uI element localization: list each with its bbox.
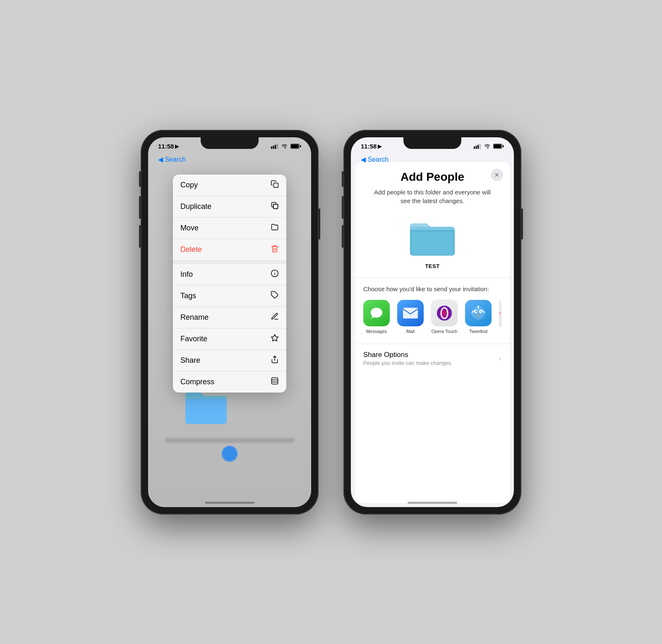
location-icon-2: ▶ <box>378 144 381 149</box>
home-indicator-1 <box>205 502 254 504</box>
silent-button[interactable] <box>139 171 141 187</box>
menu-item-info[interactable]: Info <box>173 264 286 285</box>
menu-item-move[interactable]: Move <box>173 218 286 239</box>
svg-rect-26 <box>503 145 504 147</box>
volume-up-button-2[interactable] <box>342 196 343 219</box>
tags-icon <box>271 291 279 301</box>
tweetbot-svg <box>469 304 487 322</box>
messages-icon <box>363 300 390 326</box>
menu-divider <box>173 261 286 264</box>
volume-down-button[interactable] <box>139 225 141 248</box>
menu-item-copy[interactable]: Copy <box>173 175 286 196</box>
share-options-title: Share Options <box>363 351 452 359</box>
context-menu: Copy Duplicate <box>173 175 286 393</box>
move-icon <box>271 223 279 233</box>
svg-rect-7 <box>274 183 278 187</box>
menu-item-rename[interactable]: Rename <box>173 307 286 328</box>
notch-2 <box>403 137 461 149</box>
opera-label: Opera Touch <box>432 329 458 334</box>
svg-rect-6 <box>300 145 301 147</box>
volume-up-button[interactable] <box>139 196 141 219</box>
delete-icon <box>271 244 279 255</box>
tweetbot-label: Tweetbot <box>469 329 488 334</box>
silent-button-2[interactable] <box>342 171 343 187</box>
notch <box>201 137 259 149</box>
share-options-row[interactable]: Share Options People you invite can make… <box>355 344 510 373</box>
more-svg <box>499 308 501 318</box>
folder-display: TEST <box>355 213 510 278</box>
share-icon <box>271 355 279 366</box>
status-icons-2 <box>474 144 504 149</box>
mail-svg <box>403 307 418 319</box>
copy-icon <box>271 180 279 190</box>
folder-icon-large <box>408 218 457 259</box>
wifi-icon-2 <box>484 144 491 149</box>
menu-item-favorite[interactable]: Favorite <box>173 328 286 350</box>
battery-icon <box>290 144 301 149</box>
info-icon <box>271 269 279 280</box>
folder-icon-bg <box>183 388 229 425</box>
blurred-bar <box>165 438 295 443</box>
app-item-messages[interactable]: Messages <box>363 300 390 334</box>
app-item-opera[interactable]: Opera Touch <box>431 300 458 334</box>
add-people-sheet: ✕ Add People Add people to this folder a… <box>355 162 510 503</box>
phone-1-screen: 11:58 ▶ <box>148 137 311 507</box>
wifi-icon <box>281 144 288 149</box>
invite-label: Choose how you'd like to send your invit… <box>363 285 501 293</box>
phone-2: 11:58 ▶ <box>343 130 521 515</box>
svg-point-37 <box>477 306 479 307</box>
svg-rect-0 <box>271 146 272 149</box>
menu-item-delete[interactable]: Delete <box>173 239 286 260</box>
more-icon <box>499 300 501 326</box>
menu-section-2: Info Tags <box>173 264 286 393</box>
chevron-right-icon: › <box>499 354 501 363</box>
phone-1: 11:58 ▶ <box>141 130 319 515</box>
compress-icon <box>271 377 279 387</box>
back-nav-2[interactable]: ◀ Search <box>361 156 389 163</box>
location-icon-1: ▶ <box>175 144 179 149</box>
tweetbot-icon <box>465 300 492 326</box>
sheet-header: Add People Add people to this folder and… <box>355 162 510 205</box>
menu-item-compress[interactable]: Compress <box>173 371 286 393</box>
svg-rect-22 <box>477 145 479 149</box>
background-folder <box>183 388 229 426</box>
sheet-title: Add People <box>363 170 501 184</box>
rename-icon <box>271 312 279 323</box>
back-nav-1[interactable]: ◀ Search <box>158 156 186 163</box>
svg-rect-21 <box>476 146 477 149</box>
svg-rect-3 <box>277 144 278 149</box>
menu-section-1: Copy Duplicate <box>173 175 286 261</box>
app-item-tweetbot[interactable]: Tweetbot <box>465 300 492 334</box>
svg-rect-20 <box>474 146 475 149</box>
svg-rect-1 <box>273 146 274 149</box>
share-options-text: Share Options People you invite can make… <box>363 351 452 366</box>
messages-label: Messages <box>366 329 387 334</box>
folder-name: TEST <box>425 263 439 269</box>
svg-rect-23 <box>480 144 481 149</box>
blurred-dot <box>222 446 237 462</box>
app-item-more[interactable] <box>499 300 501 326</box>
svg-marker-15 <box>271 334 278 341</box>
menu-item-tags[interactable]: Tags <box>173 285 286 307</box>
power-button-2[interactable] <box>521 208 523 239</box>
battery-icon-2 <box>493 144 504 149</box>
menu-item-duplicate[interactable]: Duplicate <box>173 196 286 218</box>
svg-rect-9 <box>273 204 278 208</box>
svg-rect-5 <box>291 144 299 148</box>
signal-icon-2 <box>474 144 481 149</box>
power-button[interactable] <box>319 208 320 239</box>
favorite-icon <box>271 334 279 344</box>
svg-rect-28 <box>403 308 418 318</box>
signal-icon <box>271 144 278 149</box>
svg-rect-17 <box>272 378 278 384</box>
messages-svg <box>369 306 384 321</box>
volume-down-button-2[interactable] <box>342 225 343 248</box>
menu-item-share[interactable]: Share <box>173 350 286 371</box>
mail-label: Mail <box>406 329 415 334</box>
status-time-2: 11:58 ▶ <box>361 143 381 150</box>
opera-svg <box>435 304 453 322</box>
app-item-mail[interactable]: Mail <box>397 300 424 334</box>
svg-point-39 <box>499 312 501 314</box>
status-time-1: 11:58 ▶ <box>158 143 179 150</box>
mail-icon <box>397 300 424 326</box>
